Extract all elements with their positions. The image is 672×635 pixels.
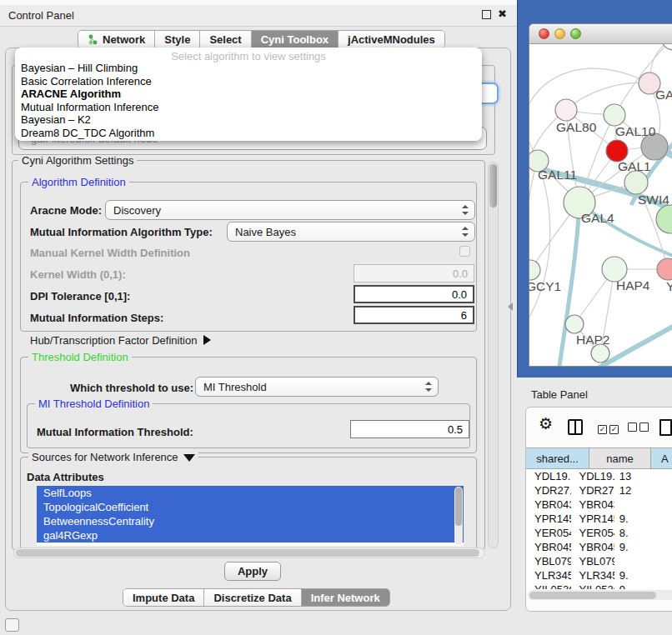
- data-attributes-list[interactable]: SelfLoopsTopologicalCoefficientBetweenne…: [37, 486, 464, 546]
- data-attributes-label: Data Attributes: [27, 471, 104, 483]
- table-row[interactable]: YLR345WYLR345W9.: [526, 568, 672, 582]
- mi-threshold-field[interactable]: 0.5: [350, 420, 469, 438]
- mi-threshold-label: Mutual Information Threshold:: [37, 426, 193, 438]
- table-row[interactable]: YBR045CYBR045C9.: [526, 540, 672, 554]
- table-row[interactable]: YER054CYER054C8.: [526, 526, 672, 540]
- hub-definition-toggle[interactable]: Hub/Transcription Factor Definition: [30, 334, 211, 347]
- mi-steps-field[interactable]: 6: [354, 306, 474, 324]
- tab-discretize-data[interactable]: Discretize Data: [204, 589, 301, 606]
- attribute-item[interactable]: BetweennessCentrality: [37, 514, 464, 528]
- tab-cyni-toolbox[interactable]: Cyni Toolbox: [252, 31, 339, 48]
- collapsed-panel-icon[interactable]: [5, 618, 19, 632]
- network-node[interactable]: [657, 258, 672, 280]
- gear-icon[interactable]: ⚙: [539, 414, 553, 433]
- aracne-mode-value: Discovery: [113, 204, 161, 217]
- split-columns-icon[interactable]: [568, 419, 583, 435]
- expand-right-icon: [203, 335, 211, 345]
- table-cell: 9.: [614, 540, 672, 554]
- table-cell: YBR043C: [526, 498, 571, 512]
- column-header[interactable]: A: [651, 448, 672, 468]
- zoom-traffic-light-icon[interactable]: [570, 28, 581, 39]
- network-node[interactable]: [604, 104, 625, 126]
- attribute-item[interactable]: SelfLoops: [37, 486, 464, 500]
- algorithm-option[interactable]: Dream8 DC_TDC Algorithm: [15, 127, 482, 140]
- tab-style[interactable]: Style: [155, 31, 200, 48]
- table-cell: 8.: [614, 526, 672, 540]
- settings-vertical-scrollbar[interactable]: [488, 162, 499, 548]
- unchecked-box-icon: [628, 422, 637, 432]
- algorithm-dropdown-popup: Select algorithm to view settings Bayesi…: [15, 48, 482, 141]
- node-label: Y: [666, 279, 672, 293]
- document-icon[interactable]: [659, 419, 672, 436]
- network-canvas[interactable]: GALGAL80GAL10GAL1GAL11SWI4GAL4GCY1HAP4YH…: [529, 44, 672, 367]
- table-cell: YPR145W: [571, 512, 614, 526]
- unchecked-box-icon: [639, 422, 649, 432]
- algorithm-option[interactable]: Basic Correlation Inference: [15, 75, 482, 88]
- table-cell: 9.: [614, 512, 672, 526]
- table-row[interactable]: YDR27...YDR27...12: [526, 483, 672, 498]
- table-row[interactable]: YPR145WYPR145W9.: [526, 512, 672, 526]
- network-node[interactable]: [591, 344, 609, 362]
- dpi-tolerance-field[interactable]: 0.0: [354, 285, 474, 303]
- panel-title: Control Panel: [8, 9, 74, 22]
- algorithm-definition-label: Algorithm Definition: [28, 176, 129, 188]
- scrollbar-thumb[interactable]: [529, 592, 656, 599]
- table-cell: 13: [614, 469, 672, 483]
- attribute-item[interactable]: gal4RGexp: [37, 528, 464, 542]
- tab-network[interactable]: Network: [78, 31, 155, 48]
- kernel-width-field[interactable]: 0.0: [354, 264, 474, 282]
- node-label: HAP2: [576, 332, 610, 347]
- table-row[interactable]: YDL19...YDL19...13: [526, 469, 672, 483]
- table-cell: [614, 498, 672, 512]
- apply-button[interactable]: Apply: [224, 562, 281, 581]
- aracne-mode-combo[interactable]: Discovery: [105, 200, 475, 220]
- network-node[interactable]: [656, 205, 672, 233]
- tab-select[interactable]: Select: [200, 31, 251, 48]
- table-row[interactable]: YBR043CYBR043C: [526, 498, 672, 512]
- algorithm-option[interactable]: Mutual Information Inference: [15, 101, 482, 114]
- tab-label: Impute Data: [133, 592, 194, 604]
- tab-impute-data[interactable]: Impute Data: [123, 589, 204, 606]
- scrollbar-thumb[interactable]: [16, 549, 479, 557]
- close-traffic-light-icon[interactable]: [539, 28, 549, 39]
- table-row[interactable]: YBL079WYBL079W: [526, 554, 672, 568]
- minimize-traffic-light-icon[interactable]: [554, 28, 565, 39]
- network-node[interactable]: [555, 99, 577, 121]
- table-cell: YLR345W: [526, 568, 571, 582]
- which-threshold-combo[interactable]: MI Threshold: [195, 377, 439, 397]
- column-header[interactable]: shared...: [526, 448, 589, 468]
- table-row[interactable]: YIL053CYIL053C9: [526, 582, 672, 589]
- table-horizontal-scrollbar[interactable]: [528, 590, 672, 600]
- select-all-icon[interactable]: ✓✓: [598, 422, 621, 434]
- network-window[interactable]: GALGAL80GAL10GAL1GAL11SWI4GAL4GCY1HAP4YH…: [529, 23, 672, 367]
- list-vertical-scrollbar[interactable]: [454, 487, 463, 545]
- float-panel-icon[interactable]: [482, 10, 491, 19]
- network-node[interactable]: [565, 315, 584, 333]
- settings-horizontal-scrollbar[interactable]: [13, 548, 485, 558]
- algorithm-option[interactable]: Bayesian – Hill Climbing: [15, 62, 482, 75]
- close-icon[interactable]: ✖: [498, 8, 507, 20]
- manual-kernel-checkbox[interactable]: [459, 246, 470, 257]
- deselect-all-icon[interactable]: [628, 422, 651, 434]
- attribute-item[interactable]: TopologicalCoefficient: [37, 500, 464, 514]
- tab-jactivemnodules[interactable]: jActiveMNodules: [339, 31, 444, 48]
- scrollbar-thumb[interactable]: [455, 488, 462, 526]
- table-cell: 9: [614, 582, 672, 589]
- sources-group-label[interactable]: Sources for Network Inference: [28, 451, 198, 463]
- algorithm-option[interactable]: Bayesian – K2: [15, 113, 482, 127]
- network-icon: [88, 34, 98, 45]
- algorithm-option[interactable]: ARACNE Algorithm: [15, 88, 482, 101]
- which-threshold-value: MI Threshold: [203, 381, 267, 393]
- scrollbar-thumb[interactable]: [489, 164, 497, 208]
- network-node[interactable]: [529, 260, 540, 280]
- table-cell: YBL079W: [526, 554, 571, 568]
- tab-infer-network[interactable]: Infer Network: [302, 589, 389, 606]
- column-header[interactable]: name: [589, 448, 651, 468]
- panel-collapse-arrow-icon[interactable]: [508, 302, 513, 311]
- network-node[interactable]: [662, 44, 672, 50]
- table-panel-title: Table Panel: [531, 388, 588, 401]
- mi-type-combo[interactable]: Naive Bayes: [227, 222, 475, 242]
- network-window-titlebar[interactable]: [529, 24, 672, 44]
- network-node[interactable]: [624, 171, 648, 194]
- network-edge: [529, 161, 538, 270]
